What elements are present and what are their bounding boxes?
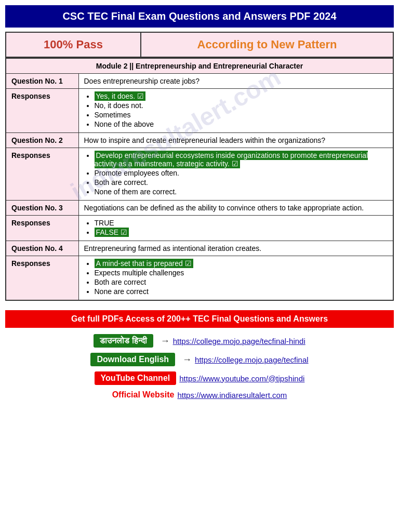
- response-4-content: A mind-set that is prepared ☑ Expects mu…: [78, 256, 393, 301]
- youtube-row: YouTube Channel https://www.youtube.com/…: [5, 371, 394, 385]
- response-2-content: Develop entrepreneurial ecosystems insid…: [78, 148, 393, 201]
- official-row: Official Website https://www.indiaresult…: [5, 390, 394, 400]
- hindi-arrow: →: [161, 336, 170, 347]
- response-1-label: Responses: [6, 89, 78, 133]
- table-row: Question No. 1 Does entrepreneurship cre…: [6, 74, 393, 89]
- list-item: TRUE: [95, 219, 388, 227]
- table-row: Question No. 3 Negotiations can be defin…: [6, 201, 393, 216]
- hindi-download-link[interactable]: https://college.mojo.page/tecfinal-hindi: [173, 337, 305, 345]
- correct-answer: A mind-set that is prepared ☑: [95, 259, 193, 268]
- question-4-text: Entrepreneuring farmed as intentional it…: [78, 241, 393, 256]
- list-item: Both are correct: [95, 278, 388, 286]
- english-download-button[interactable]: Download English: [90, 353, 175, 366]
- table-row: Question No. 4 Entrepreneuring farmed as…: [6, 241, 393, 256]
- response-4-label: Responses: [6, 256, 78, 301]
- table-row: Responses A mind-set that is prepared ☑ …: [6, 256, 393, 301]
- page-title: CSC TEC Final Exam Questions and Answers…: [5, 5, 394, 28]
- list-item: Both are correct.: [95, 178, 388, 187]
- youtube-link[interactable]: https://www.youtube.com/@tipshindi: [179, 374, 304, 383]
- table-row: Responses Develop entrepreneurial ecosys…: [6, 148, 393, 201]
- english-download-row: Download English → https://college.mojo.…: [5, 353, 394, 366]
- bottom-section: Get full PDFs Access of 200++ TEC Final …: [5, 310, 394, 400]
- table-row: Responses TRUE FALSE ☑: [6, 216, 393, 241]
- response-1-content: Yes, it does. ☑ No, it does not. Sometim…: [78, 89, 393, 133]
- list-item: Promote employees often.: [95, 169, 388, 177]
- pass-left-label: 100% Pass: [6, 33, 141, 57]
- question-2-label: Question No. 2: [6, 133, 78, 148]
- correct-answer: FALSE ☑: [95, 228, 129, 237]
- correct-answer: Yes, it does. ☑: [95, 91, 146, 101]
- pass-right-label: According to New Pattern: [141, 33, 393, 57]
- response-3-content: TRUE FALSE ☑: [78, 216, 393, 241]
- question-3-text: Negotiations can be defined as the abili…: [78, 201, 393, 216]
- list-item: Expects multiple challenges: [95, 269, 388, 277]
- question-2-text: How to inspire and create entrepreneuria…: [78, 133, 393, 148]
- list-item: Sometimes: [95, 111, 388, 119]
- english-download-link[interactable]: https://college.mojo.page/tecfinal: [195, 355, 308, 364]
- response-3-label: Responses: [6, 216, 78, 241]
- hindi-download-row: डाउनलोड हिन्दी → https://college.mojo.pa…: [5, 334, 394, 348]
- question-1-text: Does entrepreneurship create jobs?: [78, 74, 393, 89]
- list-item: None of the above: [95, 120, 388, 128]
- english-arrow: →: [182, 354, 192, 365]
- module-row: Module 2 || Entrepreneurship and Entrepr…: [6, 58, 393, 74]
- question-1-label: Question No. 1: [6, 74, 78, 89]
- official-label: Official Website: [112, 390, 175, 400]
- module-title: Module 2 || Entrepreneurship and Entrepr…: [6, 58, 393, 74]
- correct-answer: Develop entrepreneurial ecosystems insid…: [95, 151, 368, 168]
- list-item: None are correct: [95, 287, 388, 296]
- list-item: None of them are correct.: [95, 188, 388, 196]
- hindi-download-button[interactable]: डाउनलोड हिन्दी: [94, 334, 153, 348]
- main-content: indiaresultalert.com Module 2 || Entrepr…: [5, 58, 394, 301]
- question-4-label: Question No. 4: [6, 241, 78, 256]
- official-link[interactable]: https://www.indiaresultalert.com: [177, 391, 287, 400]
- access-banner: Get full PDFs Access of 200++ TEC Final …: [5, 310, 394, 328]
- question-3-label: Question No. 3: [6, 201, 78, 216]
- table-row: Responses Yes, it does. ☑ No, it does no…: [6, 89, 393, 133]
- response-2-label: Responses: [6, 148, 78, 201]
- page-wrapper: CSC TEC Final Exam Questions and Answers…: [5, 5, 394, 400]
- pass-header: 100% Pass According to New Pattern: [5, 32, 394, 58]
- table-row: Question No. 2 How to inspire and create…: [6, 133, 393, 148]
- qa-table: Module 2 || Entrepreneurship and Entrepr…: [5, 58, 394, 301]
- youtube-channel-button[interactable]: YouTube Channel: [95, 371, 177, 385]
- list-item: No, it does not.: [95, 101, 388, 110]
